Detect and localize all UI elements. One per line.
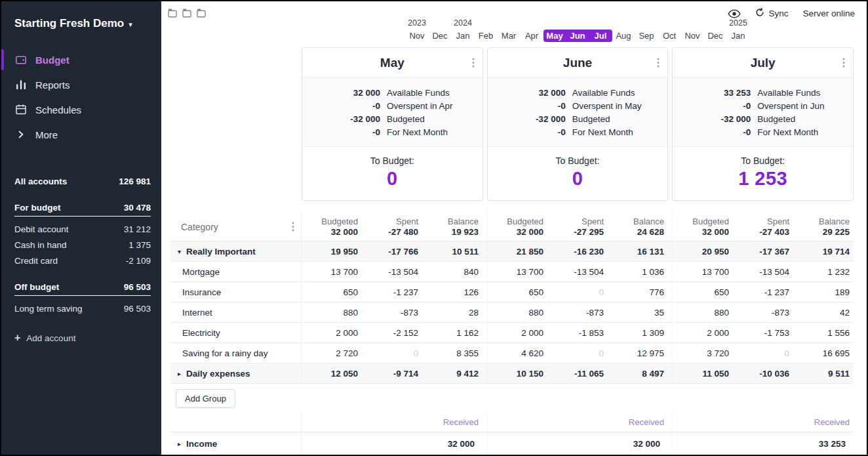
view-3-months-button[interactable] xyxy=(197,9,206,18)
category-name[interactable]: Income xyxy=(186,439,217,449)
spent-cell[interactable]: -2 152 xyxy=(362,323,422,342)
spent-cell[interactable]: -1 237 xyxy=(733,282,793,302)
spent-cell[interactable]: -873 xyxy=(362,302,422,322)
timeline-month-selected[interactable]: Jun xyxy=(566,30,589,42)
spent-cell[interactable]: -1 753 xyxy=(733,323,793,342)
budgeted-cell[interactable]: 21 850 xyxy=(487,241,547,261)
budgeted-cell[interactable]: 2 000 xyxy=(302,323,362,342)
category-row[interactable]: Insurance 650-1 237126 6500776 650-1 237… xyxy=(170,282,854,302)
spent-cell[interactable]: -17 766 xyxy=(362,241,422,261)
budget-file-switcher[interactable]: Starting Fresh Demo ▾ xyxy=(1,1,161,30)
balance-cell[interactable]: 9 412 xyxy=(422,363,483,383)
account-row-debit-account[interactable]: Debit account 31 212 xyxy=(14,221,151,237)
spent-cell[interactable]: 0 xyxy=(547,343,608,363)
category-row[interactable]: Internet 880-87328 880-87335 880-87342 xyxy=(170,302,854,323)
spent-cell[interactable]: -873 xyxy=(733,302,793,322)
budgeted-cell[interactable]: 650 xyxy=(302,282,362,302)
balance-cell[interactable]: 8 497 xyxy=(608,363,668,383)
timeline-month[interactable]: Aug xyxy=(612,30,635,42)
account-row-all-accounts[interactable]: All accounts 126 981 xyxy=(14,173,151,189)
balance-cell[interactable]: 16 695 xyxy=(793,343,854,363)
balance-cell[interactable]: 1 309 xyxy=(608,323,668,342)
category-name[interactable]: Daily expenses xyxy=(186,369,250,379)
budgeted-cell[interactable]: 2 000 xyxy=(673,323,733,342)
spent-cell[interactable]: 0 xyxy=(547,282,608,302)
budgeted-cell[interactable]: 3 720 xyxy=(673,343,733,363)
timeline-month[interactable]: Feb xyxy=(475,30,498,42)
add-account-button[interactable]: + Add account xyxy=(14,332,151,344)
balance-cell[interactable]: 35 xyxy=(608,302,668,322)
spent-cell[interactable]: 0 xyxy=(362,343,422,363)
timeline-month[interactable]: Sep xyxy=(635,30,658,42)
budgeted-cell[interactable]: 13 700 xyxy=(673,262,733,281)
balance-cell[interactable]: 1 036 xyxy=(608,262,668,281)
budgeted-cell[interactable]: 880 xyxy=(487,302,547,322)
timeline-month[interactable]: Mar xyxy=(498,30,521,42)
category-row[interactable]: Saving for a rainy day 2 72008 355 4 620… xyxy=(170,343,854,363)
spent-cell[interactable]: -1 237 xyxy=(362,282,422,302)
view-2-months-button[interactable] xyxy=(182,9,191,18)
to-budget[interactable]: To Budget: 0 xyxy=(302,146,483,200)
month-menu-kebab-icon[interactable] xyxy=(657,58,660,68)
timeline-month[interactable]: Nov xyxy=(681,30,704,42)
category-row[interactable]: Electricity 2 000-2 1521 162 2 000-1 853… xyxy=(170,323,854,343)
category-row[interactable]: Mortgage 13 700-13 504840 13 700-13 5041… xyxy=(170,262,854,282)
sync-button[interactable]: Sync xyxy=(755,8,788,19)
spent-cell[interactable]: -13 504 xyxy=(362,262,422,281)
sidebar-item-budget[interactable]: Budget xyxy=(1,47,161,72)
account-row-long-term-saving[interactable]: Long term saving 96 503 xyxy=(14,301,151,316)
account-row-cash-in-hand[interactable]: Cash in hand 1 375 xyxy=(14,237,151,253)
balance-cell[interactable]: 10 511 xyxy=(422,241,483,261)
expand-icon[interactable]: ▸ xyxy=(176,440,183,447)
balance-cell[interactable]: 12 975 xyxy=(608,343,668,363)
budgeted-cell[interactable]: 13 700 xyxy=(487,262,547,281)
timeline-month[interactable]: Dec xyxy=(429,30,452,42)
spent-cell[interactable]: -17 367 xyxy=(733,241,793,261)
account-row-for-budget[interactable]: For budget 30 478 xyxy=(14,199,151,217)
category-name[interactable]: Mortgage xyxy=(182,267,220,277)
income-cell[interactable]: 33 253 xyxy=(819,439,850,449)
spent-cell[interactable]: -1 853 xyxy=(547,323,608,342)
balance-cell[interactable]: 9 511 xyxy=(793,363,854,383)
expand-icon[interactable]: ▸ xyxy=(176,370,183,377)
budgeted-cell[interactable]: 19 950 xyxy=(302,241,362,261)
category-menu-kebab-icon[interactable] xyxy=(292,222,294,232)
balance-cell[interactable]: 42 xyxy=(793,302,854,322)
spent-cell[interactable]: -13 504 xyxy=(547,262,608,281)
timeline-month[interactable]: 2024Jan xyxy=(452,30,475,42)
server-status[interactable]: Server online xyxy=(802,9,855,18)
sidebar-item-schedules[interactable]: Schedules xyxy=(1,97,161,122)
spent-cell[interactable]: -9 714 xyxy=(362,363,422,383)
account-row-credit-card[interactable]: Credit card -2 109 xyxy=(14,253,151,268)
balance-cell[interactable]: 189 xyxy=(793,282,854,302)
sidebar-item-more[interactable]: More xyxy=(1,122,161,147)
timeline-month-selected[interactable]: May xyxy=(543,30,566,42)
balance-cell[interactable]: 840 xyxy=(422,262,483,281)
balance-cell[interactable]: 126 xyxy=(422,282,483,302)
income-cell[interactable]: 32 000 xyxy=(633,439,664,449)
budgeted-cell[interactable]: 880 xyxy=(673,302,733,322)
sidebar-item-reports[interactable]: Reports xyxy=(1,72,161,97)
budgeted-cell[interactable]: 20 950 xyxy=(673,241,733,261)
category-group-row[interactable]: ▸Daily expenses 12 050-9 7149 412 10 150… xyxy=(170,363,854,384)
privacy-eye-icon[interactable] xyxy=(728,9,741,18)
spent-cell[interactable]: -11 065 xyxy=(547,363,608,383)
balance-cell[interactable]: 1 232 xyxy=(793,262,854,281)
timeline-month-selected[interactable]: Jul xyxy=(589,30,612,42)
spent-cell[interactable]: -16 230 xyxy=(547,241,608,261)
timeline-month[interactable]: Dec xyxy=(704,30,727,42)
budgeted-cell[interactable]: 650 xyxy=(487,282,547,302)
spent-cell[interactable]: -13 504 xyxy=(733,262,793,281)
to-budget[interactable]: To Budget: 1 253 xyxy=(673,146,853,200)
budgeted-cell[interactable]: 880 xyxy=(302,302,362,322)
to-budget[interactable]: To Budget: 0 xyxy=(488,146,668,200)
balance-cell[interactable]: 8 355 xyxy=(422,343,483,363)
timeline-month[interactable]: Apr xyxy=(521,30,543,42)
timeline-month[interactable]: Oct xyxy=(658,30,681,42)
spent-cell[interactable]: 0 xyxy=(733,343,793,363)
category-name[interactable]: Insurance xyxy=(182,287,221,297)
budgeted-cell[interactable]: 12 050 xyxy=(302,363,362,383)
month-menu-kebab-icon[interactable] xyxy=(842,58,845,68)
balance-cell[interactable]: 776 xyxy=(608,282,668,302)
category-name[interactable]: Really Important xyxy=(186,247,256,257)
